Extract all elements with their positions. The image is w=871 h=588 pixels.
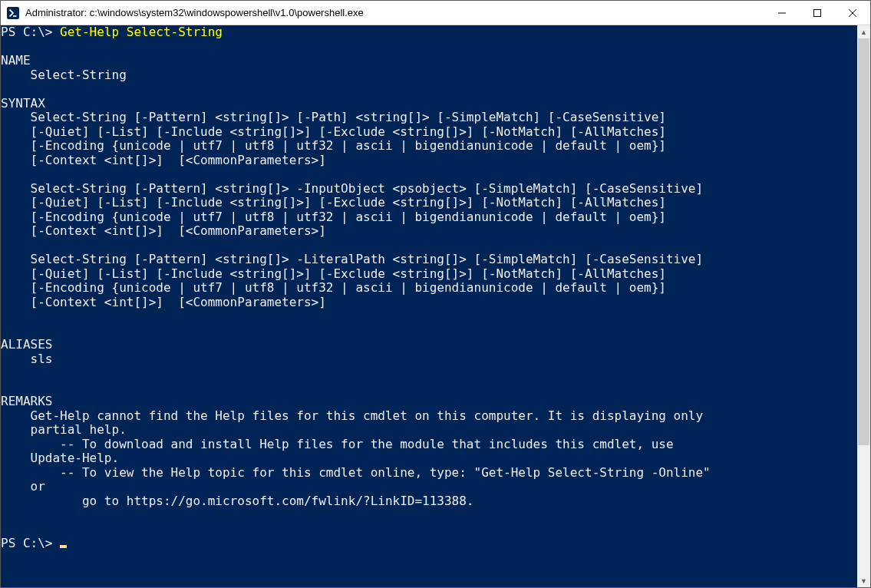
titlebar[interactable]: Administrator: c:\windows\system32\windo… (1, 1, 870, 25)
cursor (60, 545, 67, 548)
syntax-line: Select-String [-Pattern] <string[]> -Inp… (1, 181, 703, 196)
help-syntax-header: SYNTAX (1, 96, 45, 111)
remarks-line: partial help. (1, 422, 127, 437)
help-aliases-value: sls (1, 352, 52, 366)
maximize-icon (813, 9, 821, 17)
remarks-line: or (1, 479, 45, 494)
minimize-button[interactable] (764, 1, 800, 25)
console-output[interactable]: PS C:\> Get-Help Select-String NAME Sele… (1, 25, 857, 587)
syntax-line: Select-String [-Pattern] <string[]> -Lit… (1, 252, 703, 266)
powershell-icon (7, 7, 19, 19)
syntax-line: [-Quiet] [-List] [-Include <string[]>] [… (1, 124, 666, 139)
scrollbar-track[interactable] (857, 38, 870, 574)
syntax-line: Select-String [-Pattern] <string[]> [-Pa… (1, 110, 666, 124)
syntax-line: [-Context <int[]>] [<CommonParameters>] (1, 153, 326, 167)
syntax-line: [-Context <int[]>] [<CommonParameters>] (1, 223, 326, 238)
remarks-line: go to https://go.microsoft.com/fwlink/?L… (1, 494, 474, 508)
syntax-line: [-Quiet] [-List] [-Include <string[]>] [… (1, 266, 666, 281)
minimize-icon (778, 9, 786, 17)
help-remarks-header: REMARKS (1, 394, 52, 408)
console-area: PS C:\> Get-Help Select-String NAME Sele… (1, 25, 870, 587)
help-name-header: NAME (1, 53, 31, 68)
prompt-prefix: PS C:\> (1, 25, 60, 39)
remarks-line: Update-Help. (1, 451, 119, 465)
syntax-line: [-Encoding {unicode | utf7 | utf8 | utf3… (1, 280, 666, 295)
remarks-line: Get-Help cannot find the Help files for … (1, 408, 703, 423)
syntax-line: [-Context <int[]>] [<CommonParameters>] (1, 295, 326, 309)
scroll-up-button[interactable]: ▲ (857, 25, 870, 38)
scrollbar-thumb[interactable] (858, 38, 869, 445)
remarks-line: -- To download and install Help files fo… (1, 437, 674, 451)
syntax-line: [-Quiet] [-List] [-Include <string[]>] [… (1, 195, 666, 210)
close-icon (849, 9, 856, 17)
close-button[interactable] (835, 1, 870, 25)
syntax-line: [-Encoding {unicode | utf7 | utf8 | utf3… (1, 138, 666, 153)
syntax-line: [-Encoding {unicode | utf7 | utf8 | utf3… (1, 210, 666, 224)
svg-rect-2 (814, 9, 821, 16)
prompt-command: Get-Help Select-String (60, 25, 223, 39)
remarks-line: -- To view the Help topic for this cmdle… (1, 465, 711, 480)
help-name-value: Select-String (1, 68, 127, 82)
maximize-button[interactable] (800, 1, 835, 25)
scroll-down-button[interactable]: ▼ (857, 574, 870, 587)
vertical-scrollbar[interactable]: ▲ ▼ (857, 25, 870, 587)
window-controls (764, 1, 870, 25)
prompt-prefix: PS C:\> (1, 536, 60, 550)
window-title: Administrator: c:\windows\system32\windo… (25, 7, 764, 18)
help-aliases-header: ALIASES (1, 337, 52, 352)
